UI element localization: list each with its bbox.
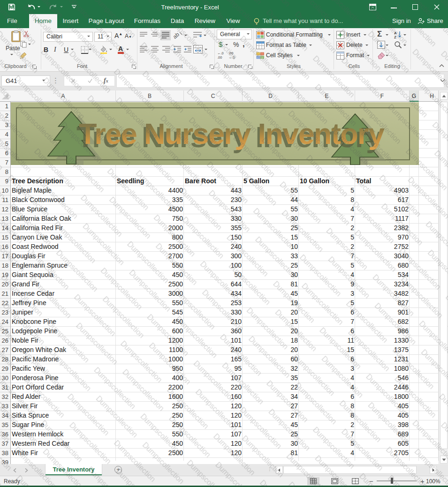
svg-text:Z: Z [394, 35, 396, 39]
svg-text:ab: ab [174, 31, 181, 39]
svg-text:.00: .00 [217, 55, 222, 60]
svg-text:Tree Nursery Inventory: Tree Nursery Inventory [79, 117, 385, 150]
svg-text:→.0: →.0 [228, 55, 235, 60]
svg-text:A: A [394, 31, 397, 35]
